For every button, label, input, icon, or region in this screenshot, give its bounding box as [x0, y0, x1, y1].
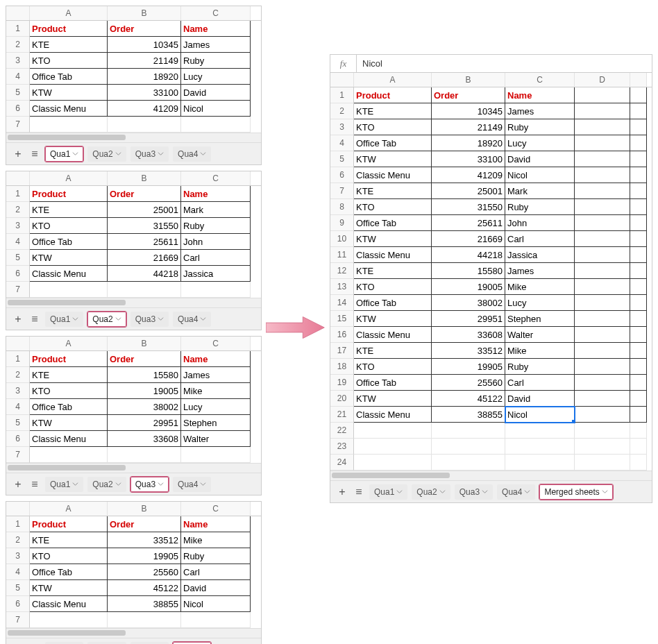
- cell[interactable]: James: [181, 37, 251, 53]
- cell[interactable]: [354, 455, 432, 471]
- row-header[interactable]: 3: [6, 218, 30, 234]
- row-header[interactable]: 2: [6, 532, 30, 548]
- row-header[interactable]: 23: [330, 439, 354, 455]
- row-header[interactable]: 5: [6, 580, 30, 596]
- grid-merged[interactable]: 1ProductOrderName2KTE10345James3KTO21149…: [330, 87, 652, 471]
- tab-qua1[interactable]: Qua1: [45, 312, 83, 327]
- cell[interactable]: [575, 167, 630, 183]
- row-header[interactable]: 6: [6, 596, 30, 612]
- column-header-C[interactable]: C: [181, 337, 251, 350]
- cell[interactable]: [575, 311, 630, 327]
- cell[interactable]: [181, 447, 251, 463]
- cell[interactable]: Office Tab: [30, 69, 108, 85]
- cell[interactable]: [181, 282, 251, 298]
- tab-qua2[interactable]: Qua2: [87, 146, 126, 162]
- cell[interactable]: 38002: [432, 295, 505, 311]
- horizontal-scrollbar[interactable]: [6, 133, 261, 142]
- cell[interactable]: 45122: [108, 580, 181, 596]
- add-sheet-button[interactable]: +: [12, 148, 24, 160]
- cell[interactable]: Order: [108, 21, 181, 37]
- cell[interactable]: Carl: [181, 250, 251, 266]
- add-sheet-button[interactable]: +: [12, 478, 24, 491]
- cell[interactable]: Carl: [505, 231, 575, 247]
- cell[interactable]: [575, 375, 630, 391]
- cell[interactable]: KTO: [30, 383, 108, 399]
- cell[interactable]: Office Tab: [354, 135, 432, 151]
- cell[interactable]: Ruby: [505, 359, 575, 375]
- column-header-B[interactable]: B: [108, 171, 181, 185]
- cell[interactable]: Mark: [181, 202, 251, 218]
- cell[interactable]: [30, 282, 108, 298]
- cell[interactable]: Product: [30, 186, 108, 202]
- cell[interactable]: KTW: [30, 85, 108, 101]
- cell[interactable]: KTE: [30, 532, 108, 548]
- cell[interactable]: [505, 439, 575, 455]
- select-all-corner[interactable]: [6, 6, 30, 20]
- cell[interactable]: John: [181, 234, 251, 250]
- grid-qua2[interactable]: 1ProductOrderName 2KTE25001Mark 3KTO3155…: [6, 186, 261, 298]
- cell[interactable]: [630, 119, 647, 135]
- cell[interactable]: [630, 263, 647, 279]
- cell[interactable]: Product: [354, 87, 432, 103]
- cell[interactable]: Lucy: [505, 135, 575, 151]
- cell[interactable]: [108, 117, 181, 133]
- row-header[interactable]: 7: [6, 612, 30, 628]
- row-header[interactable]: 1: [330, 87, 354, 103]
- row-header[interactable]: 4: [6, 564, 30, 580]
- cell[interactable]: Name: [505, 87, 575, 103]
- horizontal-scrollbar[interactable]: [6, 298, 261, 307]
- cell[interactable]: Nicol: [181, 596, 251, 612]
- cell[interactable]: Lucy: [181, 69, 251, 85]
- cell[interactable]: 41209: [432, 167, 505, 183]
- cell[interactable]: [575, 295, 630, 311]
- all-sheets-button[interactable]: ≡: [353, 486, 365, 498]
- column-header-B[interactable]: B: [108, 502, 181, 516]
- row-header[interactable]: 24: [330, 455, 354, 471]
- tab-qua2[interactable]: Qua2: [87, 312, 126, 327]
- cell[interactable]: 38855: [432, 407, 505, 423]
- cell[interactable]: 18920: [432, 135, 505, 151]
- cell[interactable]: Product: [30, 516, 108, 532]
- tab-qua1[interactable]: Qua1: [45, 477, 83, 492]
- tab-qua4[interactable]: Qua4: [173, 642, 211, 645]
- cell[interactable]: Ruby: [505, 119, 575, 135]
- cell[interactable]: Classic Menu: [354, 247, 432, 263]
- cell[interactable]: 21149: [108, 53, 181, 69]
- cell[interactable]: [630, 423, 647, 439]
- cell[interactable]: 33512: [432, 343, 505, 359]
- cell[interactable]: 25001: [108, 202, 181, 218]
- cell[interactable]: 33100: [108, 85, 181, 101]
- cell[interactable]: Nicol: [505, 167, 575, 183]
- add-sheet-button[interactable]: +: [336, 486, 348, 498]
- cell[interactable]: 21669: [432, 231, 505, 247]
- horizontal-scrollbar[interactable]: [6, 463, 261, 473]
- cell[interactable]: 15580: [108, 367, 181, 383]
- cell[interactable]: [630, 311, 647, 327]
- cell[interactable]: [575, 423, 630, 439]
- row-header[interactable]: 4: [6, 69, 30, 85]
- row-header[interactable]: 4: [330, 135, 354, 151]
- row-header[interactable]: 10: [330, 231, 354, 247]
- row-header[interactable]: 1: [6, 186, 30, 202]
- cell[interactable]: KTO: [354, 199, 432, 215]
- select-all-corner[interactable]: [6, 337, 30, 350]
- row-header[interactable]: 13: [330, 279, 354, 295]
- cell[interactable]: [432, 423, 505, 439]
- cell[interactable]: KTO: [30, 548, 108, 564]
- cell[interactable]: Name: [181, 351, 251, 367]
- cell[interactable]: [630, 87, 647, 103]
- cell[interactable]: 19905: [108, 548, 181, 564]
- cell[interactable]: [630, 327, 647, 343]
- cell[interactable]: 21149: [432, 119, 505, 135]
- cell[interactable]: [575, 455, 630, 471]
- cell[interactable]: [575, 327, 630, 343]
- cell[interactable]: 19005: [432, 279, 505, 295]
- cell[interactable]: KTW: [30, 415, 108, 431]
- cell[interactable]: [630, 183, 647, 199]
- row-header[interactable]: 8: [330, 199, 354, 215]
- cell[interactable]: Order: [108, 351, 181, 367]
- tab-qua2[interactable]: Qua2: [87, 642, 126, 645]
- cell[interactable]: [630, 151, 647, 167]
- cell[interactable]: [630, 295, 647, 311]
- cell[interactable]: Nicol: [181, 101, 251, 117]
